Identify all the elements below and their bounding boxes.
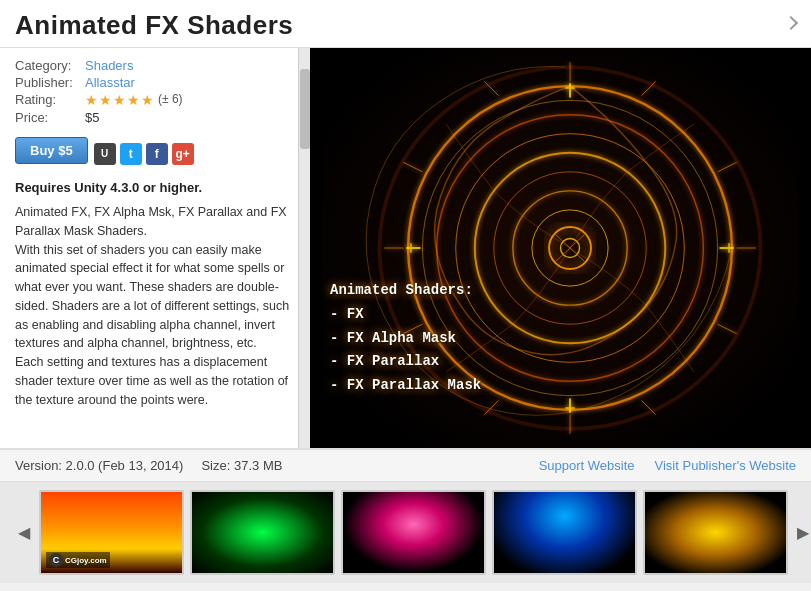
main-image-panel: Animated Shaders: - FX - FX Alpha Mask -… [310,48,811,448]
thumbnail-2[interactable] [190,490,335,575]
thumbnail-3[interactable] [341,490,486,575]
version-info: Version: 2.0.0 (Feb 13, 2014) Size: 37.3… [15,458,282,473]
price-value: $5 [85,110,99,125]
thumbnail-5[interactable] [643,490,788,575]
publisher-value[interactable]: Allasstar [85,75,135,90]
category-label: Category: [15,58,85,73]
thumbnail-1-watermark: CCGjoy.com [46,552,110,568]
thumbnails-section: ◀ CCGjoy.com ▶ [0,482,811,583]
thumbnail-4-image [494,492,635,573]
size-text: Size: 37.3 MB [201,458,282,473]
version-text: Version: 2.0.0 (Feb 13, 2014) [15,458,183,473]
overlay-title: Animated Shaders: [330,279,481,303]
thumbnail-2-image [192,492,333,573]
scroll-thumb[interactable] [300,69,310,149]
thumbnail-1[interactable]: CCGjoy.com [39,490,184,575]
main-content: Category: Shaders Publisher: Allasstar R… [0,48,811,449]
publisher-row: Publisher: Allasstar [15,75,295,90]
buy-row: Buy $5 U t f g+ [15,135,295,172]
meta-table: Category: Shaders Publisher: Allasstar R… [15,58,295,125]
next-thumb-button[interactable]: ▶ [794,503,811,563]
overlay-line3: - FX Parallax [330,350,481,374]
page-header: Animated FX Shaders [0,0,811,48]
overlay-line4: - FX Parallax Mask [330,374,481,398]
watermark-icon: C [49,553,63,567]
rating-count: (± 6) [158,92,183,108]
category-row: Category: Shaders [15,58,295,73]
thumbnail-4[interactable] [492,490,637,575]
requires-text: Requires Unity 4.3.0 or higher. [15,180,295,195]
description-text: Animated FX, FX Alpha Msk, FX Parallax a… [15,203,295,409]
version-bar: Version: 2.0.0 (Feb 13, 2014) Size: 37.3… [0,449,811,482]
page-title: Animated FX Shaders [15,10,293,41]
twitter-icon[interactable]: t [120,143,142,165]
publisher-label: Publisher: [15,75,85,90]
prev-thumb-button[interactable]: ◀ [15,503,33,563]
stars: ★★★★★ [85,92,155,108]
google-icon[interactable]: g+ [172,143,194,165]
category-value[interactable]: Shaders [85,58,133,73]
support-website-link[interactable]: Support Website [539,458,635,473]
main-image: Animated Shaders: - FX - FX Alpha Mask -… [310,48,811,448]
price-row: Price: $5 [15,110,295,125]
facebook-icon[interactable]: f [146,143,168,165]
buy-button[interactable]: Buy $5 [15,137,88,164]
scroll-track[interactable] [298,48,310,448]
thumbnail-5-image [645,492,786,573]
unity-icon[interactable]: U [94,143,116,165]
version-links: Support Website Visit Publisher's Websit… [539,458,796,473]
rating-row: Rating: ★★★★★ (± 6) [15,92,295,108]
scroll-indicator [784,16,798,30]
image-overlay-text: Animated Shaders: - FX - FX Alpha Mask -… [330,279,481,398]
overlay-line2: - FX Alpha Mask [330,327,481,351]
overlay-line1: - FX [330,303,481,327]
rating-label: Rating: [15,92,85,108]
thumbnail-3-image [343,492,484,573]
price-label: Price: [15,110,85,125]
left-panel: Category: Shaders Publisher: Allasstar R… [0,48,310,448]
thumbnails-row: ◀ CCGjoy.com ▶ [15,490,796,575]
publisher-website-link[interactable]: Visit Publisher's Website [655,458,796,473]
social-icons: U t f g+ [94,143,194,165]
